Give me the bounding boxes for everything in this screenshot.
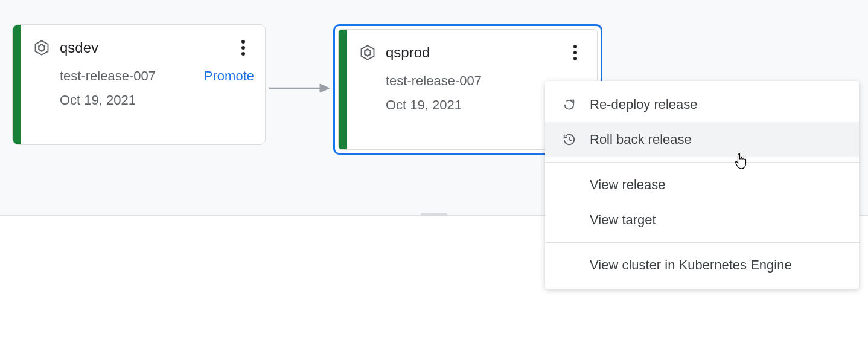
menu-item-label: Re-deploy release xyxy=(590,97,698,112)
menu-item-redeploy[interactable]: Re-deploy release xyxy=(545,87,859,122)
svg-marker-1 xyxy=(320,84,330,92)
release-name: test-release-007 xyxy=(60,68,156,84)
release-name: test-release-007 xyxy=(386,73,482,89)
menu-divider xyxy=(545,162,859,163)
promote-link[interactable]: Promote xyxy=(204,68,254,84)
menu-item-rollback[interactable]: Roll back release xyxy=(545,122,859,157)
drag-handle[interactable] xyxy=(421,213,447,216)
target-title: qsprod xyxy=(386,44,555,61)
status-bar xyxy=(339,30,347,149)
menu-item-view-release[interactable]: View release xyxy=(545,167,859,202)
gke-icon xyxy=(33,39,50,56)
menu-divider xyxy=(545,242,859,243)
more-vert-icon xyxy=(573,45,577,60)
pipeline-canvas: qsdev test-release-007 Promote Oct 19, 2… xyxy=(0,0,868,215)
status-bar xyxy=(13,25,21,144)
target-card-qsdev[interactable]: qsdev test-release-007 Promote Oct 19, 2… xyxy=(12,24,266,145)
release-date: Oct 19, 2021 xyxy=(60,92,254,108)
gke-icon xyxy=(359,44,376,61)
menu-item-label: Roll back release xyxy=(590,132,692,147)
target-title: qsdev xyxy=(60,39,223,56)
menu-item-view-target[interactable]: View target xyxy=(545,202,859,237)
history-icon xyxy=(562,132,576,147)
menu-item-label: View cluster in Kubernetes Engine xyxy=(590,257,792,273)
more-vert-icon xyxy=(241,40,245,56)
menu-item-label: View target xyxy=(590,212,656,228)
pipeline-arrow xyxy=(268,82,331,94)
more-actions-button[interactable] xyxy=(232,37,254,59)
context-menu: Re-deploy release Roll back release View… xyxy=(545,81,859,289)
more-actions-button[interactable] xyxy=(564,42,586,63)
menu-item-label: View release xyxy=(590,177,666,193)
redo-icon xyxy=(562,97,576,112)
menu-item-view-cluster[interactable]: View cluster in Kubernetes Engine xyxy=(545,248,859,283)
